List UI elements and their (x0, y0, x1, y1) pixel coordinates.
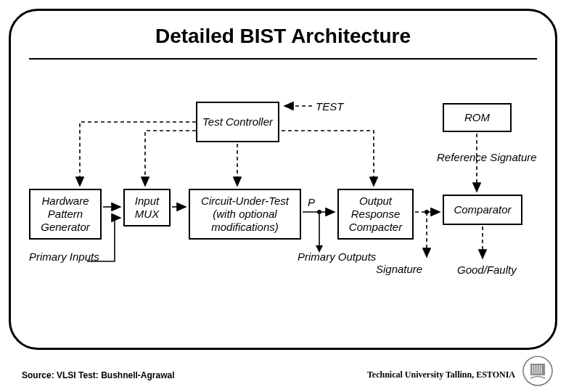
label-good-faulty: Good/Faulty (457, 264, 517, 276)
svg-point-8 (424, 210, 429, 214)
block-comparator: Comparator (443, 195, 522, 225)
svg-rect-15 (534, 365, 536, 374)
label-test: TEST (316, 100, 343, 113)
university-logo-icon (522, 356, 553, 386)
label-primary-outputs: Primary Outputs (298, 250, 376, 263)
svg-rect-16 (536, 365, 538, 374)
block-hardware-pattern-generator: Hardware Pattern Generator (29, 189, 102, 240)
block-output-response-compacter: Output Response Compacter (337, 189, 414, 240)
block-input-mux: Input MUX (123, 189, 171, 226)
svg-rect-18 (541, 365, 542, 374)
svg-rect-14 (532, 365, 533, 374)
label-p: P (308, 196, 315, 208)
svg-point-6 (317, 210, 321, 214)
footer-affiliation: Technical University Tallinn, ESTONIA (367, 369, 515, 380)
label-signature: Signature (376, 263, 422, 275)
label-reference-signature: Reference Signature (437, 151, 537, 163)
block-rom: ROM (443, 103, 512, 132)
svg-rect-17 (538, 365, 540, 374)
block-test-controller: Test Controller (196, 102, 279, 142)
title-underline (29, 58, 537, 60)
label-primary-inputs: Primary Inputs (29, 250, 99, 263)
diagram-canvas: Test Controller ROM Hardware Pattern Gen… (29, 87, 537, 319)
page-title: Detailed BIST Architecture (0, 25, 566, 48)
block-circuit-under-test: Circuit-Under-Test (with optional modifi… (189, 189, 301, 240)
footer-source: Source: VLSI Test: Bushnell-Agrawal (22, 370, 174, 380)
